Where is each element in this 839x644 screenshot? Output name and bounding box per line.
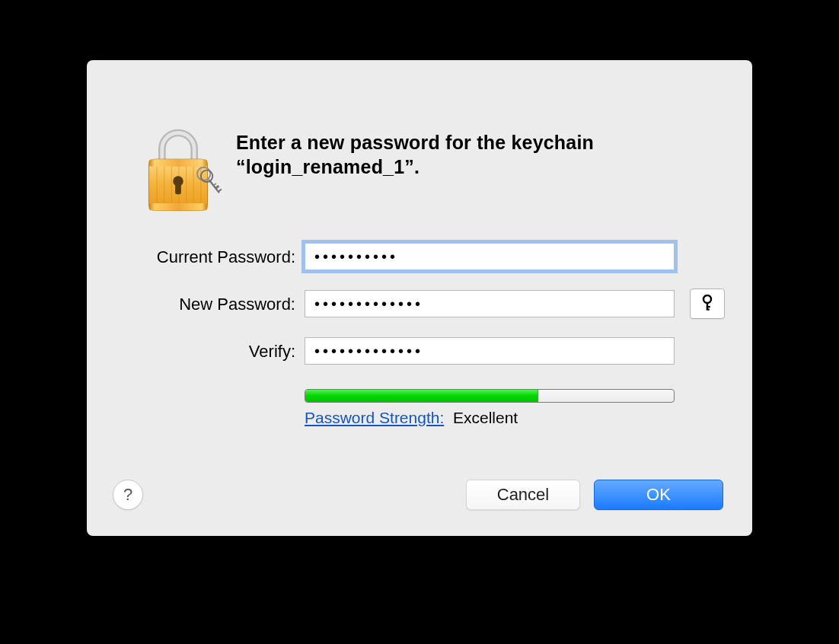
cancel-button-label: Cancel (497, 485, 549, 505)
cancel-button[interactable]: Cancel (466, 480, 580, 510)
dialog-heading: Enter a new password for the keychain “l… (236, 130, 693, 179)
svg-rect-17 (707, 308, 710, 310)
password-strength-value: Excellent (453, 409, 518, 426)
current-password-input[interactable] (305, 243, 675, 270)
ok-button-label: OK (646, 485, 671, 505)
help-icon: ? (123, 485, 132, 505)
lock-icon (134, 123, 222, 222)
password-strength-meter (305, 389, 675, 403)
keychain-change-password-dialog: Enter a new password for the keychain “l… (87, 60, 752, 536)
ok-button[interactable]: OK (594, 480, 723, 510)
password-assistant-button[interactable] (690, 289, 725, 319)
svg-rect-16 (707, 306, 710, 308)
svg-rect-8 (148, 159, 207, 167)
help-button[interactable]: ? (113, 480, 143, 510)
new-password-label: New Password: (67, 295, 295, 314)
current-password-label: Current Password: (67, 247, 295, 267)
svg-point-14 (703, 295, 711, 303)
password-strength-fill (305, 390, 538, 402)
svg-rect-11 (175, 183, 181, 194)
password-strength-link[interactable]: Password Strength: (305, 409, 444, 426)
verify-password-input[interactable] (305, 337, 675, 365)
new-password-input[interactable] (305, 290, 675, 317)
key-icon (700, 295, 715, 314)
password-strength-row: Password Strength: Excellent (305, 409, 518, 427)
verify-password-label: Verify: (67, 342, 295, 362)
svg-rect-9 (148, 203, 207, 211)
